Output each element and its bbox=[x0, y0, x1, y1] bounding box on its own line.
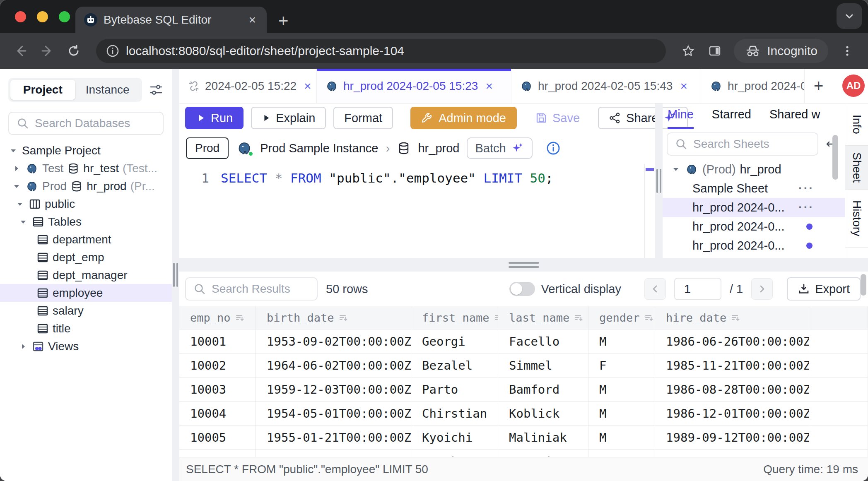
bookmark-button[interactable] bbox=[677, 39, 700, 63]
results-scrollbar[interactable] bbox=[861, 274, 866, 296]
explain-button[interactable]: Explain bbox=[251, 107, 326, 129]
table-row-6[interactable]: 100061953-04-20T00:00:00ZAnnekePreusigF1… bbox=[179, 450, 868, 457]
sheet-menu-icon[interactable]: ··· bbox=[798, 201, 814, 214]
site-info-icon[interactable] bbox=[106, 44, 119, 58]
sort-icon[interactable] bbox=[494, 313, 498, 323]
table-cell[interactable]: Facello bbox=[498, 329, 588, 353]
export-button[interactable]: Export bbox=[787, 277, 861, 301]
sql-code-editor[interactable]: 1 SELECT * FROM "public"."employee" LIMI… bbox=[179, 164, 655, 258]
sort-icon[interactable] bbox=[235, 313, 245, 323]
table-cell[interactable]: M bbox=[588, 378, 655, 401]
tree-item-dept-manager[interactable]: dept_manager bbox=[0, 266, 172, 284]
editor-overview-ruler[interactable] bbox=[644, 164, 655, 258]
info-icon[interactable] bbox=[546, 141, 561, 156]
sheet-panel-resize-handle[interactable] bbox=[655, 103, 663, 258]
format-button[interactable]: Format bbox=[333, 107, 393, 129]
sheet-tab-3[interactable]: hr_prod 2024-02-05 15:43× bbox=[511, 69, 701, 103]
sort-icon[interactable] bbox=[644, 313, 654, 323]
table-cell[interactable]: 1985-11-21T00:00:00Z bbox=[655, 354, 809, 377]
rail-tab-history[interactable]: History bbox=[845, 190, 868, 248]
table-cell[interactable]: 1986-06-26T00:00:00Z bbox=[655, 329, 809, 353]
batch-button[interactable]: Batch bbox=[467, 137, 532, 159]
table-cell[interactable]: Parto bbox=[411, 378, 498, 401]
table-cell[interactable]: 1953-09-02T00:00:00Z bbox=[256, 329, 411, 353]
window-controls[interactable] bbox=[15, 11, 70, 22]
table-cell[interactable]: 1986-08-28T00:00:00Z bbox=[655, 378, 809, 401]
sheet-list-item-1[interactable]: Sample Sheet··· bbox=[663, 179, 845, 198]
sheet-list-item-2[interactable]: hr_prod 2024-0...··· bbox=[663, 198, 845, 217]
close-tab-icon[interactable]: × bbox=[246, 13, 258, 27]
instance-name[interactable]: Prod Sample Instance bbox=[260, 142, 378, 155]
sort-icon[interactable] bbox=[338, 313, 348, 323]
zoom-window-button[interactable] bbox=[59, 11, 70, 22]
table-cell[interactable]: 10006 bbox=[179, 450, 256, 457]
table-cell[interactable]: 1955-01-21T00:00:00Z bbox=[256, 426, 411, 449]
table-cell[interactable]: Chirstian bbox=[411, 402, 498, 425]
filter-settings-icon[interactable] bbox=[149, 82, 164, 97]
user-avatar[interactable]: AD bbox=[842, 75, 865, 97]
tree-item-hr-prod[interactable]: Prodhr_prod(Pr... bbox=[0, 177, 172, 195]
page-number-input[interactable]: 1 bbox=[674, 278, 721, 300]
sheet-menu-icon[interactable]: ··· bbox=[798, 182, 814, 195]
sort-icon[interactable] bbox=[731, 313, 740, 323]
tree-item-sample-project[interactable]: Sample Project bbox=[0, 142, 172, 159]
reload-button[interactable] bbox=[62, 39, 85, 63]
browser-menu-button[interactable] bbox=[836, 39, 859, 63]
table-cell[interactable]: Simmel bbox=[498, 354, 588, 377]
back-button[interactable] bbox=[9, 39, 32, 63]
table-cell[interactable]: Georgi bbox=[411, 329, 498, 353]
new-browser-tab-button[interactable]: + bbox=[278, 12, 289, 30]
close-sheet-tab-icon[interactable]: × bbox=[304, 79, 311, 93]
table-cell[interactable]: Bezalel bbox=[411, 354, 498, 377]
forward-button[interactable] bbox=[36, 39, 59, 63]
tab-project[interactable]: Project bbox=[10, 80, 75, 100]
sheet-tab-2[interactable]: hr_prod 2024-02-05 15:23× bbox=[317, 69, 511, 103]
prev-page-button[interactable] bbox=[644, 278, 666, 300]
results-resize-handle[interactable] bbox=[179, 258, 868, 272]
table-row-4[interactable]: 100041954-05-01T00:00:00ZChirstianKoblic… bbox=[179, 402, 868, 426]
rail-tab-info[interactable]: Info bbox=[845, 103, 868, 146]
environment-chip[interactable]: Prod bbox=[186, 137, 229, 159]
column-header-first_name[interactable]: first_name bbox=[411, 306, 498, 329]
table-cell[interactable]: 1953-04-20T00:00:00Z bbox=[256, 450, 411, 457]
search-results-input[interactable]: Search Results bbox=[185, 277, 318, 301]
column-header-hire_date[interactable]: hire_date bbox=[655, 306, 809, 329]
admin-mode-button[interactable]: Admin mode bbox=[410, 107, 517, 129]
tree-item-hr-test[interactable]: Testhr_test(Test... bbox=[0, 159, 172, 177]
column-header-last_name[interactable]: last_name bbox=[498, 306, 588, 329]
table-cell[interactable]: M bbox=[588, 329, 655, 353]
close-sheet-tab-icon[interactable]: × bbox=[485, 79, 493, 93]
table-cell[interactable]: 1989-06-02T00:00:00Z bbox=[655, 450, 809, 457]
sheet-list-scrollbar[interactable] bbox=[832, 135, 838, 180]
rail-tab-sheet[interactable]: Sheet bbox=[845, 146, 868, 190]
column-header-gender[interactable]: gender bbox=[588, 306, 655, 329]
table-cell[interactable]: 10004 bbox=[179, 402, 256, 425]
table-cell[interactable]: Preusig bbox=[498, 450, 588, 457]
search-databases-input[interactable]: Search Databases bbox=[8, 112, 164, 135]
table-row-3[interactable]: 100031959-12-03T00:00:00ZPartoBamfordM19… bbox=[179, 378, 868, 402]
table-cell[interactable]: 1964-06-02T00:00:00Z bbox=[256, 354, 411, 377]
close-window-button[interactable] bbox=[15, 11, 26, 22]
table-cell[interactable]: 10001 bbox=[179, 329, 256, 353]
table-cell[interactable]: 10005 bbox=[179, 426, 256, 449]
table-cell[interactable]: Anneke bbox=[411, 450, 498, 457]
sidebar-resize-handle[interactable] bbox=[172, 69, 179, 481]
tree-item-views[interactable]: Views bbox=[0, 337, 172, 355]
table-cell[interactable]: 1954-05-01T00:00:00Z bbox=[256, 402, 411, 425]
table-cell[interactable]: M bbox=[588, 402, 655, 425]
table-row-2[interactable]: 100021964-06-02T00:00:00ZBezalelSimmelF1… bbox=[179, 354, 868, 378]
new-sheet-tab-button[interactable]: + bbox=[805, 69, 832, 103]
address-bar[interactable]: localhost:8080/sql-editor/sheet/project-… bbox=[96, 39, 666, 63]
tree-item-employee[interactable]: employee bbox=[0, 284, 172, 302]
next-page-button[interactable] bbox=[751, 278, 773, 300]
table-cell[interactable]: 1959-12-03T00:00:00Z bbox=[256, 378, 411, 401]
close-sheet-tab-icon[interactable]: × bbox=[680, 79, 687, 93]
tree-item-dept-emp[interactable]: dept_emp bbox=[0, 248, 172, 266]
tab-mine[interactable]: Mine bbox=[668, 108, 694, 129]
sheet-list-item-4[interactable]: hr_prod 2024-0... bbox=[663, 236, 845, 255]
table-cell[interactable]: Koblick bbox=[498, 402, 588, 425]
tree-item-tables[interactable]: Tables bbox=[0, 213, 172, 231]
tree-item-department[interactable]: department bbox=[0, 231, 172, 248]
run-button[interactable]: Run bbox=[185, 107, 244, 129]
minimize-window-button[interactable] bbox=[37, 11, 48, 22]
